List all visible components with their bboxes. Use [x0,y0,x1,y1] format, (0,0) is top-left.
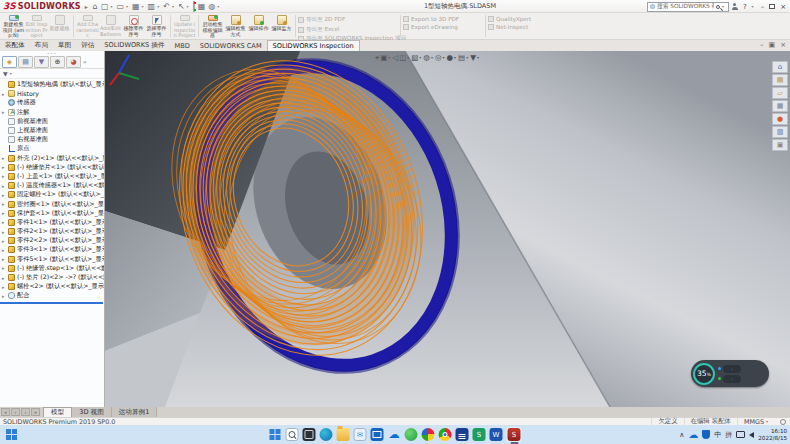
new-dropdown-icon[interactable]: ▾ [110,4,112,9]
hide-show-items-icon[interactable]: ◎ [435,53,442,62]
tree-item-component[interactable]: ▸(-) 绝缘管.step<1> (默认<<默认> [0,264,104,273]
undo-icon[interactable]: ↶ [162,2,171,11]
select-icon[interactable]: ↖ [177,2,186,11]
export-excel-item[interactable]: 导出至 Excel [298,26,398,34]
screen-recorder-widget[interactable]: 35% ◦ ◦ [691,360,769,387]
tree-item-component[interactable]: ▸(-) 上盖<1> (默认<<默认>_显示状 [0,172,104,181]
apply-scene-icon[interactable]: ▤ [458,53,465,62]
qualityxpert-item[interactable]: QualityXpert [488,16,546,22]
doc-minimize-button[interactable]: – [760,41,764,49]
view-settings-icon[interactable]: ▼ [470,53,476,62]
tree-item-right-plane[interactable]: 右视基准面 [0,135,104,144]
previous-view-icon[interactable]: ◁ [392,53,398,62]
first-tab-icon[interactable]: « [1,408,10,416]
export-edrawing-item[interactable]: Export eDrawing [403,24,483,30]
tree-item-component[interactable]: ▸(-) 垫片 (2)<2> ->? (默认<<默认> [0,273,104,282]
zoom-area-dropdown-icon[interactable]: ▾ [388,55,390,60]
filter-dropdown-icon[interactable]: ▾ [10,71,12,76]
help-icon[interactable]: ? [741,3,749,11]
3d-views-tab[interactable]: 3D 视图 [72,407,112,417]
tree-item-component[interactable]: ▸零件2<2> (默认<<默认>_显示状态 [0,236,104,245]
solidworks-resources-tab[interactable]: ⌂ [772,61,788,73]
update-inspection-project-button[interactable]: Update Inspection Project [173,14,196,39]
displaymanager-tab[interactable]: ◕ [66,56,81,68]
scene-dropdown-icon[interactable]: ▾ [466,55,468,60]
help-dropdown-icon[interactable]: ▾ [752,4,754,9]
edit-monitor-button[interactable]: 编辑监方 [270,14,293,39]
onedrive-icon[interactable]: ☁ [388,428,401,441]
net-inspect-item[interactable]: Net-Inspect [488,24,546,30]
search-icon[interactable] [716,5,720,9]
user-account-icon[interactable] [732,3,738,10]
export-3d-pdf-item[interactable]: Export to 3D PDF [403,16,483,22]
rollback-bar[interactable] [0,302,103,304]
tab-solidworks-inspection[interactable]: SOLIDWORKS Inspection [267,40,360,51]
panel-overflow-icon[interactable]: » [83,58,87,65]
launch-inspection-template-editor-button[interactable]: 启动检查模板编辑器 [201,14,224,39]
tab-solidworks-cam[interactable]: SOLIDWORKS CAM [195,40,267,51]
search-input[interactable]: 搜索 SOLIDWORKS 帮助 ▾ [647,2,729,12]
tab-sketch[interactable]: 草图 [53,40,76,51]
taskbar-search-icon[interactable] [286,428,299,441]
display-style-icon[interactable]: ◍ [423,53,430,62]
options-dropdown-icon[interactable]: ▾ [217,4,219,9]
tab-evaluate[interactable]: 评估 [76,40,99,51]
home-icon[interactable]: ⌂ [92,2,99,11]
tray-security-icon[interactable] [702,430,710,439]
recorder-mouse-button[interactable]: ◦ [723,375,741,383]
chrome-icon[interactable] [439,428,452,441]
section-view-icon[interactable]: ◫ [399,53,406,62]
edit-inspection-project-button[interactable]: Edit Inspection Project [25,14,48,39]
recorder-camera-button[interactable]: ◦ [723,365,741,373]
print-icon[interactable]: ▥ [147,2,157,11]
view-palette-tab[interactable]: ▦ [772,100,788,112]
model-tab[interactable]: 模型 [43,407,72,417]
tree-item-component[interactable]: ▸零件5<1> (默认<<默认>_显示状态 [0,255,104,264]
widgets-icon[interactable] [5,428,18,441]
next-tab-icon[interactable]: › [21,408,30,416]
file-properties-icon[interactable]: ▦ [197,2,207,11]
browser-360-icon[interactable] [422,428,435,441]
tree-item-mates[interactable]: ▸配合 [0,291,104,300]
wechat-icon[interactable] [405,428,418,441]
undo-dropdown-icon[interactable]: ▾ [172,4,174,9]
tree-item-front-plane[interactable]: 前视基准面 [0,117,104,126]
spreadsheet-app-icon[interactable]: S [473,428,486,441]
save-dropdown-icon[interactable]: ▾ [142,4,144,9]
tree-item-annotations[interactable]: ▸注解 [0,108,104,117]
select-balloons-button[interactable]: 选择零件序号 [145,14,168,39]
open-icon[interactable]: ▭ [115,2,125,11]
file-explorer-icon[interactable] [337,428,350,441]
tree-item-component[interactable]: ▸零件2<1> (默认<<默认>_显示状态 [0,227,104,236]
tree-item-component[interactable]: ▸零件3<1> (默认<<默认>_显示状态 [0,245,104,254]
tab-assembly[interactable]: 装配体 [0,40,30,51]
edit-operations-button[interactable]: 编辑操作 [247,14,270,39]
export-2d-pdf-item[interactable]: 导出至 2D PDF [298,16,398,24]
tree-root[interactable]: 1型短轴热电偶 (默认<默认_显示状态-1 [0,80,104,89]
orientation-dropdown-icon[interactable]: ▾ [419,55,421,60]
tree-item-component[interactable]: ▸外壳 (2)<1> (默认<<默认>_显示状 [0,154,104,163]
dimxpertmanager-tab[interactable]: ⊕ [50,56,65,68]
notes-app-icon[interactable] [456,428,469,441]
new-inspection-project-button[interactable]: 新建检查项目 (amp;N) [2,14,25,39]
tree-item-component[interactable]: ▸保护套<1> (默认<<默认>_显示状 [0,209,104,218]
tree-item-sensors[interactable]: 传感器 [0,98,104,107]
tree-item-component[interactable]: ▸(-) 绝缘垫片<1> (默认<<默认>_显 [0,163,104,172]
appearance-dropdown-icon[interactable]: ▾ [454,55,456,60]
tree-item-component[interactable]: ▸螺栓<2> (默认<<默认>_显示状态 [0,282,104,291]
print-dropdown-icon[interactable]: ▾ [157,4,159,9]
ime-language-indicator[interactable]: 中 [714,430,721,440]
doc-restore-button[interactable]: ▣ [769,41,776,49]
add-characteristic-button[interactable]: Add Characteristic [76,14,99,39]
tab-solidworks-addins[interactable]: SOLIDWORKS 插件 [99,40,169,51]
tree-item-component[interactable]: ▸零件1<1> (默认<<默认>_显示状态 [0,218,104,227]
save-icon[interactable]: ▦ [131,2,141,11]
restore-button[interactable] [769,4,775,9]
motion-study-tab[interactable]: 运动算例1 [112,407,158,417]
volume-icon[interactable] [749,432,754,438]
ime-mode-indicator[interactable]: 拼 [725,430,732,440]
section-dropdown-icon[interactable]: ▾ [407,55,409,60]
graphics-area[interactable]: ⌖ ▣▾ ◁ ◫▾ ▧▾ ◍▾ ◎▾ ●▾ ▤▾ ▼▾ ⌂ ▤ ▱ ▦ ● ▥ … [105,51,790,407]
custom-properties-tab[interactable]: ▥ [772,126,788,138]
solidworks-taskbar-active[interactable]: S [507,427,522,442]
